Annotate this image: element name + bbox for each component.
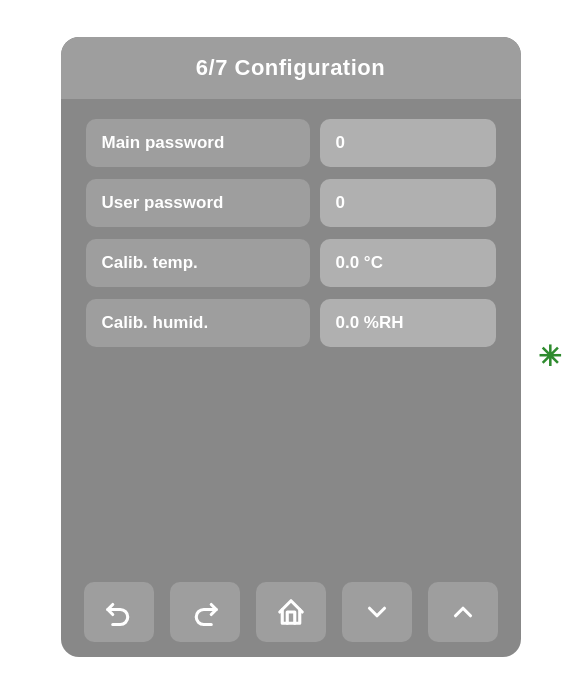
undo-icon xyxy=(104,597,134,627)
calib-temp-label-box: Calib. temp. xyxy=(86,239,310,287)
spacer xyxy=(86,359,496,547)
chevron-down-icon xyxy=(362,597,392,627)
calib-humid-label-box: Calib. humid. xyxy=(86,299,310,347)
redo-button[interactable] xyxy=(170,582,240,642)
user-password-value-box[interactable]: 0 xyxy=(320,179,496,227)
user-password-label-box: User password xyxy=(86,179,310,227)
calib-humid-label: Calib. humid. xyxy=(102,313,209,333)
calib-humid-row: Calib. humid. 0.0 %RH xyxy=(86,299,496,347)
main-password-value: 0 xyxy=(336,133,345,153)
device-container: 6/7 Configuration Main password 0 User p… xyxy=(0,0,581,694)
down-button[interactable] xyxy=(342,582,412,642)
chevron-up-icon xyxy=(448,597,478,627)
user-password-value: 0 xyxy=(336,193,345,213)
up-button[interactable] xyxy=(428,582,498,642)
main-password-value-box[interactable]: 0 xyxy=(320,119,496,167)
footer xyxy=(61,567,521,657)
home-icon xyxy=(276,597,306,627)
user-password-label: User password xyxy=(102,193,224,213)
main-password-row: Main password 0 xyxy=(86,119,496,167)
star-indicator: ✳ xyxy=(538,340,561,373)
home-button[interactable] xyxy=(256,582,326,642)
main-password-label: Main password xyxy=(102,133,225,153)
undo-button[interactable] xyxy=(84,582,154,642)
header: 6/7 Configuration xyxy=(61,37,521,99)
calib-temp-value-box[interactable]: 0.0 °C xyxy=(320,239,496,287)
screen: 6/7 Configuration Main password 0 User p… xyxy=(61,37,521,657)
page-title: 6/7 Configuration xyxy=(196,55,385,80)
calib-temp-value: 0.0 °C xyxy=(336,253,383,273)
calib-temp-row: Calib. temp. 0.0 °C xyxy=(86,239,496,287)
calib-humid-value: 0.0 %RH xyxy=(336,313,404,333)
calib-temp-label: Calib. temp. xyxy=(102,253,198,273)
main-password-label-box: Main password xyxy=(86,119,310,167)
calib-humid-value-box[interactable]: 0.0 %RH xyxy=(320,299,496,347)
user-password-row: User password 0 xyxy=(86,179,496,227)
redo-icon xyxy=(190,597,220,627)
content-area: Main password 0 User password 0 Calib. t… xyxy=(61,99,521,567)
